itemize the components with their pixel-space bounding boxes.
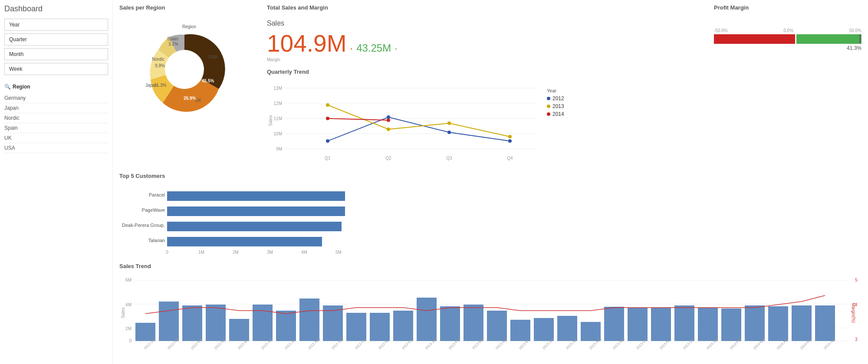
- label-nordic: Nordic: [152, 57, 164, 62]
- bar-22: [651, 308, 671, 341]
- margin-suffix: ·: [395, 42, 398, 54]
- point-2013-q3: [447, 121, 451, 125]
- profit-green-bar: [796, 34, 861, 44]
- sales-region-chart: Sales per Region: [119, 4, 258, 125]
- x-1m: 1M: [198, 250, 204, 255]
- y-axis-13m: 13M: [274, 86, 282, 91]
- val-usa: 45.5%: [202, 79, 214, 83]
- point-2014-q1: [326, 117, 329, 120]
- search-icon: 🔍: [4, 84, 11, 90]
- region-section: 🔍 Region Germany Japan Nordic Spain UK U…: [4, 84, 108, 153]
- legend-2014: 2014: [547, 111, 564, 117]
- region-spain[interactable]: Spain: [4, 123, 108, 133]
- total-sales-title: Total Sales and Margin: [267, 4, 705, 11]
- bar-7: [299, 298, 319, 341]
- customers-bar-chart: Paracel 5.69M PageWave 5.63M Deak-Perera…: [119, 184, 345, 257]
- region-japan[interactable]: Japan: [4, 103, 108, 113]
- top-customers-title: Top 5 Customers: [119, 173, 345, 179]
- point-2014-q2: [387, 118, 390, 122]
- x-axis-q3: Q3: [446, 156, 452, 161]
- bar-2: [182, 305, 202, 341]
- y-4m: 4M: [125, 302, 132, 307]
- val-uk: 26.9%: [184, 96, 196, 101]
- label-spain: Spain: [167, 36, 178, 41]
- y-axis-label: Sales: [268, 115, 273, 126]
- point-2013-q1: [326, 103, 329, 107]
- region-germany[interactable]: Germany: [4, 93, 108, 103]
- point-2012-q2: [387, 115, 390, 119]
- quarterly-trend-title: Quarterly Trend: [267, 69, 705, 75]
- y-axis-9m: 9M: [276, 147, 282, 151]
- customer-3: Deak-Perera Group.: [122, 223, 165, 228]
- quarterly-trend-chart: 13M 12M 11M 10M 9M Q1 Q2 Q3 Q4: [267, 79, 545, 166]
- bar-paracel: [167, 191, 345, 201]
- point-2013-q4: [508, 135, 512, 138]
- point-2012-q1: [326, 139, 329, 143]
- label-region: Region: [182, 24, 196, 29]
- margin-separator: ·: [350, 42, 353, 54]
- sales-trend-chart: 6M 4M 2M 0 50 40 30 Sales Margin(%): [119, 274, 857, 361]
- region-section-label: 🔍 Region: [4, 84, 108, 90]
- sales-region-title: Sales per Region: [119, 4, 258, 11]
- quarterly-trend-section: Quarterly Trend 13M 12M: [267, 69, 705, 166]
- bar-1: [159, 302, 179, 341]
- profit-margin-section: Profit Margin -50.0% 0.0% 50.0% 41: [714, 4, 861, 51]
- line-2014: [328, 118, 388, 120]
- legend-2014-dot: [547, 112, 550, 116]
- customer-4: Talarian: [148, 238, 165, 243]
- y-margin-label: Margin(%): [851, 303, 856, 323]
- line-2012: [328, 117, 510, 141]
- val-japan: 11.3%: [154, 83, 166, 88]
- bar-12: [417, 298, 437, 341]
- label-usa: USA: [208, 55, 217, 59]
- bar-26: [745, 305, 765, 341]
- customer-2: PageWave: [142, 207, 165, 213]
- x-3m: 3M: [267, 250, 273, 255]
- bar-5: [253, 305, 273, 341]
- x-axis-q2: Q2: [385, 156, 391, 161]
- bar-27: [768, 306, 788, 341]
- profit-margin-chart: -50.0% 0.0% 50.0% 41.3%: [714, 28, 861, 51]
- x-0: 0: [166, 250, 168, 255]
- main-content: Sales per Region: [113, 0, 868, 364]
- profit-value: 41.3%: [714, 45, 861, 51]
- y-axis-12m: 12M: [274, 101, 282, 106]
- point-2012-q4: [508, 139, 512, 143]
- quarter-filter[interactable]: Quarter: [4, 33, 108, 46]
- label-uk: UK: [195, 98, 201, 103]
- margin-big-value: 43.25M: [356, 42, 391, 54]
- y-2m: 2M: [125, 326, 132, 331]
- top-customers-section: Top 5 Customers Paracel 5.69M PageWave 5…: [119, 173, 345, 259]
- x-4m: 4M: [301, 250, 307, 255]
- sales-trend-section: Sales Trend 6M 4M 2M 0 50 40 30 Sales Ma…: [119, 263, 861, 362]
- sales-big-value: 104.9M: [267, 30, 346, 57]
- bar-10: [370, 313, 390, 341]
- bar-14: [464, 305, 483, 341]
- quarterly-legend: Year 2012 2013 2014: [547, 79, 564, 166]
- week-filter[interactable]: Week: [4, 63, 108, 75]
- region-uk[interactable]: UK: [4, 133, 108, 143]
- customer-1: Paracel: [149, 192, 165, 197]
- bar-15: [487, 311, 507, 341]
- bar-pagewave: [167, 207, 345, 216]
- val-spain: 3.2%: [168, 42, 178, 46]
- x-axis-q1: Q1: [325, 156, 331, 161]
- legend-2014-label: 2014: [552, 111, 564, 117]
- bar-21: [628, 308, 648, 341]
- bar-23: [674, 305, 694, 341]
- donut-chart: USA UK Japan Nordic Spain Region 45.5% 2…: [119, 15, 250, 124]
- month-filter[interactable]: Month: [4, 48, 108, 60]
- sidebar: Dashboard Year Quarter Month Week 🔍 Regi…: [0, 0, 113, 364]
- x-2m: 2M: [233, 250, 239, 255]
- y-axis-10m: 10M: [274, 131, 282, 136]
- bar-9: [346, 313, 366, 341]
- region-usa[interactable]: USA: [4, 143, 108, 153]
- region-nordic[interactable]: Nordic: [4, 113, 108, 123]
- donut-hole: [165, 50, 204, 89]
- bar-18: [557, 316, 577, 341]
- total-sales-section: Total Sales and Margin Sales 104.9M · 43…: [267, 4, 705, 166]
- profit-axis-right: 50.0%: [849, 28, 861, 33]
- bar-17: [534, 318, 554, 341]
- profit-margin-title: Profit Margin: [714, 4, 861, 11]
- year-filter[interactable]: Year: [4, 19, 108, 31]
